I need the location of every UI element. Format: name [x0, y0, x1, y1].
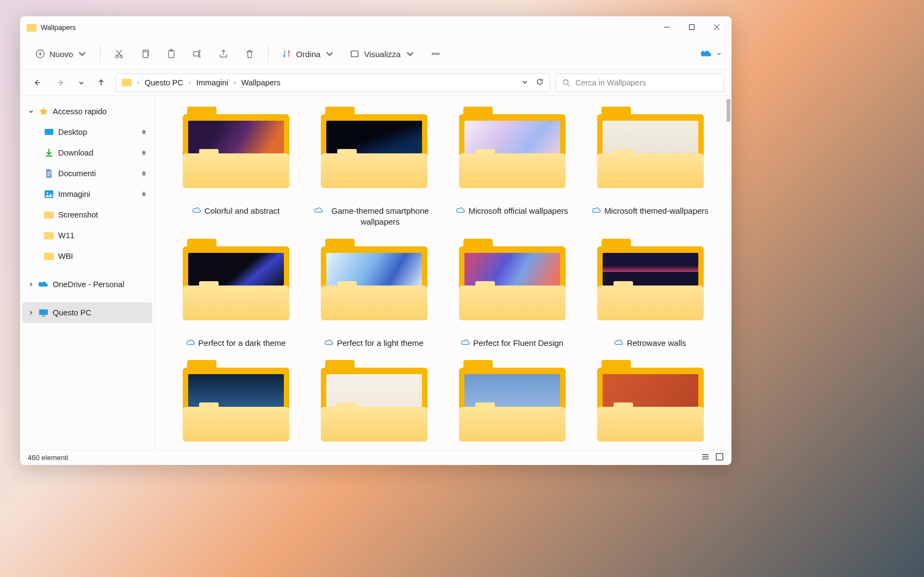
scrollbar-thumb[interactable] [727, 99, 730, 122]
titlebar[interactable]: Wallpapers [20, 16, 731, 38]
svg-rect-21 [716, 454, 723, 460]
maximize-button[interactable] [679, 16, 704, 38]
svg-point-3 [120, 55, 123, 58]
share-icon[interactable] [213, 44, 234, 64]
svg-rect-20 [42, 315, 45, 317]
folder-icon [459, 360, 566, 442]
pictures-icon [44, 189, 54, 199]
svg-point-11 [437, 53, 439, 54]
folder-item[interactable]: Perfect for a light theme [306, 239, 442, 349]
cloud-status-icon [314, 206, 323, 228]
folder-icon [597, 239, 704, 320]
folder-item[interactable]: Perfect for Fluent Design [444, 239, 580, 349]
sidebar-item-documents[interactable]: Documenti [22, 163, 152, 184]
onedrive-indicator[interactable] [701, 50, 722, 58]
folder-item[interactable]: Microsoft themed-wallpapers [582, 107, 718, 228]
history-dropdown[interactable] [522, 78, 528, 88]
window-title: Wallpapers [41, 23, 76, 32]
folder-icon [27, 24, 36, 32]
folder-label: Perfect for Fluent Design [473, 338, 563, 349]
cut-icon[interactable] [108, 44, 130, 64]
svg-rect-4 [143, 52, 148, 58]
item-count: 460 elementi [28, 454, 68, 462]
folder-item[interactable]: Perfect for a dark theme [168, 239, 304, 349]
sidebar-item-wbi[interactable]: WBI [22, 246, 152, 266]
folder-icon [597, 107, 704, 188]
folder-icon [183, 239, 289, 320]
cloud-status-icon [456, 206, 465, 217]
cloud-icon [39, 280, 48, 289]
folder-item[interactable] [582, 360, 718, 442]
folder-item[interactable] [444, 360, 580, 442]
content-area[interactable]: Colorful and abstractGame-themed smartph… [155, 96, 731, 450]
pin-icon [141, 169, 147, 178]
sidebar-item-download[interactable]: Download [22, 142, 152, 163]
svg-point-18 [47, 193, 48, 194]
crumb-root[interactable]: Questo PC [145, 78, 183, 87]
folder-icon [44, 231, 54, 240]
sidebar-item-pictures[interactable]: Immagini [22, 184, 152, 204]
search-box[interactable]: Cerca in Wallpapers [555, 73, 724, 92]
cloud-status-icon [193, 206, 201, 217]
folder-item[interactable] [168, 360, 304, 442]
folder-item[interactable]: Colorful and abstract [168, 107, 304, 228]
folder-label: Perfect for a light theme [337, 338, 423, 349]
crumb-current[interactable]: Wallpapers [241, 78, 281, 87]
sidebar-quick-access[interactable]: Accesso rapido [22, 101, 152, 122]
copy-icon[interactable] [134, 44, 156, 64]
sidebar-this-pc[interactable]: Questo PC [22, 302, 152, 323]
folder-icon [597, 360, 704, 442]
paste-icon[interactable] [160, 44, 182, 64]
details-view-button[interactable] [701, 452, 710, 463]
up-button[interactable] [92, 73, 110, 92]
sidebar-item-w11[interactable]: W11 [22, 225, 152, 246]
download-icon [44, 148, 54, 158]
svg-rect-16 [47, 175, 50, 176]
more-icon[interactable] [425, 44, 447, 64]
folder-label: Microsoft official wallpapers [468, 206, 568, 217]
sort-button[interactable]: Ordina [276, 44, 340, 64]
sidebar-item-desktop[interactable]: Desktop [22, 122, 152, 142]
svg-rect-5 [169, 51, 174, 58]
rename-icon[interactable] [187, 44, 208, 64]
folder-item[interactable]: Retrowave walls [582, 239, 718, 349]
recent-button[interactable] [76, 73, 86, 92]
forward-button[interactable] [52, 73, 70, 92]
folder-label: Retrowave walls [627, 338, 686, 349]
status-bar: 460 elementi [20, 450, 731, 465]
close-button[interactable] [704, 16, 729, 38]
folder-icon [321, 239, 427, 320]
folder-label: Game-themed smartphone wallpapers [326, 206, 434, 228]
new-label: Nuovo [49, 49, 73, 59]
sidebar-item-screenshot[interactable]: Screenshot [22, 204, 152, 225]
refresh-button[interactable] [536, 78, 544, 88]
folder-label: Colorful and abstract [204, 206, 280, 217]
cloud-status-icon [187, 338, 195, 349]
view-button[interactable]: Visualizza [344, 44, 420, 64]
folder-icon [459, 107, 566, 188]
back-button[interactable] [28, 73, 46, 92]
address-bar[interactable]: › Questo PC › Immagini › Wallpapers [116, 73, 550, 92]
documents-icon [44, 169, 54, 178]
folder-item[interactable] [306, 360, 442, 442]
svg-point-2 [116, 55, 119, 58]
folder-icon [459, 239, 566, 320]
minimize-button[interactable] [654, 16, 679, 38]
folder-item[interactable]: Microsoft official wallpapers [444, 107, 580, 228]
cloud-status-icon [461, 338, 470, 349]
svg-point-9 [432, 53, 433, 54]
delete-icon[interactable] [239, 44, 261, 64]
toolbar: Nuovo Ordina Visualizza [20, 38, 731, 70]
folder-icon [183, 107, 289, 188]
search-placeholder: Cerca in Wallpapers [575, 78, 646, 87]
folder-icon [122, 79, 132, 86]
svg-rect-14 [47, 172, 51, 172]
folder-item[interactable]: Game-themed smartphone wallpapers [306, 107, 442, 228]
svg-rect-15 [47, 173, 51, 174]
crumb-pictures[interactable]: Immagini [196, 78, 228, 87]
svg-rect-19 [39, 309, 48, 315]
thumbnails-view-button[interactable] [715, 452, 724, 463]
cloud-status-icon [325, 338, 333, 349]
new-button[interactable]: Nuovo [30, 44, 92, 64]
sidebar-onedrive[interactable]: OneDrive - Personal [22, 274, 152, 295]
